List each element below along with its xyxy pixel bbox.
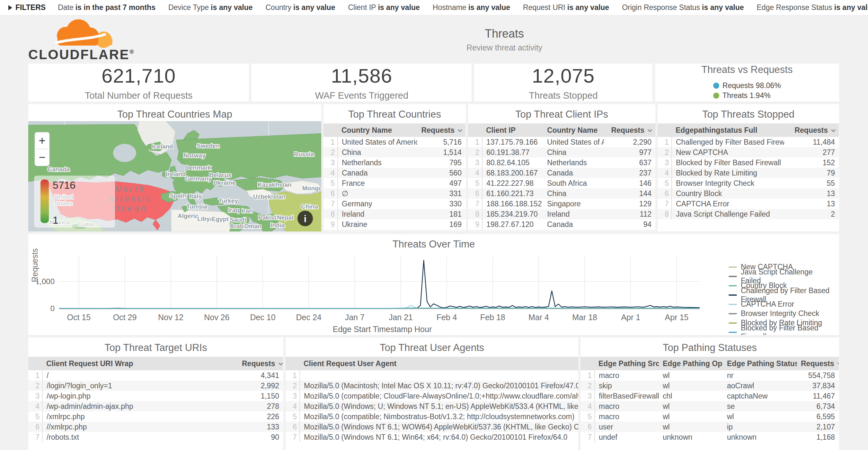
x-tick-label: Apr 15 bbox=[665, 313, 689, 322]
row-number: 3 bbox=[468, 157, 482, 168]
filter-item[interactable]: Client IPis any value bbox=[348, 3, 420, 12]
table-cell: wl bbox=[659, 381, 723, 391]
row-number: 7 bbox=[468, 199, 482, 209]
row-number: 8 bbox=[658, 209, 672, 219]
caret-right-icon bbox=[8, 5, 12, 10]
filter-item[interactable]: Edge Response Statusis any value bbox=[757, 3, 868, 12]
table-cell: 1,150 bbox=[238, 391, 283, 401]
row-number-header bbox=[658, 123, 672, 137]
filters-toggle[interactable]: FILTERS bbox=[8, 3, 45, 12]
map-title: Top Threat Countries Map bbox=[28, 104, 321, 123]
table-cell: 237 bbox=[604, 168, 655, 178]
panel-title: Top Pathing Statuses bbox=[581, 337, 839, 357]
table-cell: Ukraine bbox=[338, 219, 417, 230]
chart-legend-item[interactable]: Challenged by Filter Based Firewall bbox=[728, 290, 835, 300]
column-header[interactable]: Requests bbox=[797, 357, 839, 370]
x-tick-label: Dec 24 bbox=[296, 313, 321, 322]
table-cell: CAPTCHA Error bbox=[672, 199, 784, 209]
x-tick-label: Dec 10 bbox=[250, 313, 275, 322]
table-cell: 2,290 bbox=[604, 137, 655, 147]
series-line bbox=[59, 260, 700, 308]
map-zoom-control[interactable]: + − bbox=[35, 132, 50, 166]
chart-legend-item[interactable]: Java Script Challenge Failed bbox=[728, 272, 835, 281]
target_uris-table: Client Request URI WrapRequests1/4,3412/… bbox=[28, 357, 283, 442]
row-number: 5 bbox=[658, 178, 672, 188]
world-map[interactable]: CanadaUnitedStatesMexicoCubaIcelandIrela… bbox=[28, 121, 321, 232]
column-header[interactable]: Requests bbox=[784, 123, 839, 137]
row-number: 4 bbox=[28, 401, 42, 412]
top-threat-countries-panel: Top Threat Countries Country NameRequest… bbox=[323, 104, 466, 232]
chart-legend-item[interactable]: Browser Integrity Check bbox=[728, 309, 835, 318]
kpi-value: 621,710 bbox=[101, 64, 176, 87]
table-row: 7188.166.188.152Singapore129 bbox=[468, 199, 655, 209]
map-label: Egypt bbox=[212, 216, 229, 222]
table-cell: 146 bbox=[604, 178, 655, 188]
table-row: 3Blocked by Filter Based Firewall152 bbox=[658, 157, 839, 168]
x-tick-label: Feb 4 bbox=[437, 313, 457, 322]
countries-table: Country NameRequests1United States of Am… bbox=[323, 123, 466, 232]
table-cell: 144 bbox=[604, 188, 655, 199]
filter-item[interactable]: Origin Response Statusis any value bbox=[622, 3, 744, 12]
table-cell: 89 bbox=[604, 230, 655, 232]
column-header[interactable]: Requests bbox=[604, 123, 655, 137]
table-row: 2Mozilla/5.0 (Macintosh; Intel Mac OS X … bbox=[286, 381, 578, 391]
table-cell: /login/?login_only=1 bbox=[42, 381, 238, 391]
map-label: Sweden bbox=[196, 142, 220, 149]
y-tick-label: 1,000 bbox=[37, 277, 55, 286]
top-threats-stopped-panel: Top Threats Stopped Edgepathingstatus Fu… bbox=[658, 104, 839, 232]
threats-over-time-chart: 01,000Oct 15Oct 29Nov 12Nov 26Dec 10Dec … bbox=[37, 253, 732, 324]
map-panel: Top Threat Countries Map bbox=[28, 104, 321, 232]
filter-item[interactable]: Device Typeis any value bbox=[168, 3, 253, 12]
table-cell: 2 bbox=[784, 209, 839, 219]
table-cell: 181 bbox=[417, 209, 465, 219]
legend-label: Threats 1.94% bbox=[722, 91, 771, 100]
table-cell: Mozilla/5.0 (compatible; CloudFlare-Alwa… bbox=[300, 391, 578, 401]
row-number: 2 bbox=[286, 381, 300, 391]
table-row: 1Challenged by Filter Based Firewall11,4… bbox=[658, 137, 839, 147]
table-cell: 61.160.247.137 bbox=[482, 230, 543, 232]
table-row: 5France497 bbox=[323, 178, 465, 188]
table-cell: South Africa bbox=[543, 178, 604, 188]
filters-label: FILTERS bbox=[16, 3, 45, 12]
x-tick-label: Nov 26 bbox=[204, 313, 229, 322]
chart-legend-item[interactable]: Blocked by Filter Based Firewall bbox=[728, 328, 835, 335]
table-row: 8185.234.219.70Ireland112 bbox=[468, 209, 655, 219]
table-cell: United States of America bbox=[338, 137, 417, 147]
map-label: Kazakhstan bbox=[258, 181, 292, 188]
table-cell: 637 bbox=[604, 157, 655, 168]
map-label: Turkey bbox=[218, 197, 238, 204]
filter-item[interactable]: Countryis any value bbox=[266, 3, 335, 12]
table-cell: wl bbox=[659, 401, 723, 412]
threats-vs-requests-title: Threats vs Requests bbox=[701, 64, 793, 76]
zoom-out-button: − bbox=[38, 151, 45, 164]
kpi-label: WAF Events Triggered bbox=[315, 90, 408, 101]
table-cell: 5,716 bbox=[417, 137, 465, 147]
table-cell: wl bbox=[659, 422, 723, 432]
column-header: Country Name bbox=[338, 123, 417, 137]
table-cell: 133 bbox=[238, 422, 283, 432]
column-header: Edge Pathing Status bbox=[723, 357, 797, 370]
table-cell: China bbox=[338, 147, 417, 157]
x-tick-label: Jan 21 bbox=[389, 313, 413, 322]
map-info-icon[interactable]: i bbox=[298, 211, 313, 226]
table-row: 6//xmlrpc.php133 bbox=[28, 422, 283, 432]
column-header[interactable]: Requests bbox=[238, 357, 283, 370]
filter-item[interactable]: Hostnameis any value bbox=[433, 3, 510, 12]
column-header[interactable]: Requests bbox=[417, 123, 465, 137]
kpi-label: Threats Stopped bbox=[529, 90, 597, 101]
table-cell: user bbox=[595, 422, 659, 432]
cloudflare-wordmark: CLOUDFLARE® bbox=[28, 47, 134, 61]
filter-item[interactable]: Dateis in the past 7 months bbox=[58, 3, 155, 12]
table-cell: nr bbox=[723, 370, 797, 381]
table-cell: Blocked by Rate Limiting bbox=[672, 168, 784, 178]
filter-item[interactable]: Request URIis any value bbox=[523, 3, 609, 12]
x-tick-label: Apr 1 bbox=[621, 313, 640, 322]
map-label: China bbox=[301, 203, 318, 210]
legend-line-icon bbox=[728, 322, 737, 324]
legend-line-icon bbox=[728, 294, 737, 296]
column-header: Client IP bbox=[482, 123, 543, 137]
table-cell: /robots.txt bbox=[42, 432, 238, 442]
table-cell: China bbox=[543, 230, 604, 232]
kpi-label: Total Number of Requests bbox=[85, 90, 192, 101]
row-number-header bbox=[581, 357, 595, 370]
